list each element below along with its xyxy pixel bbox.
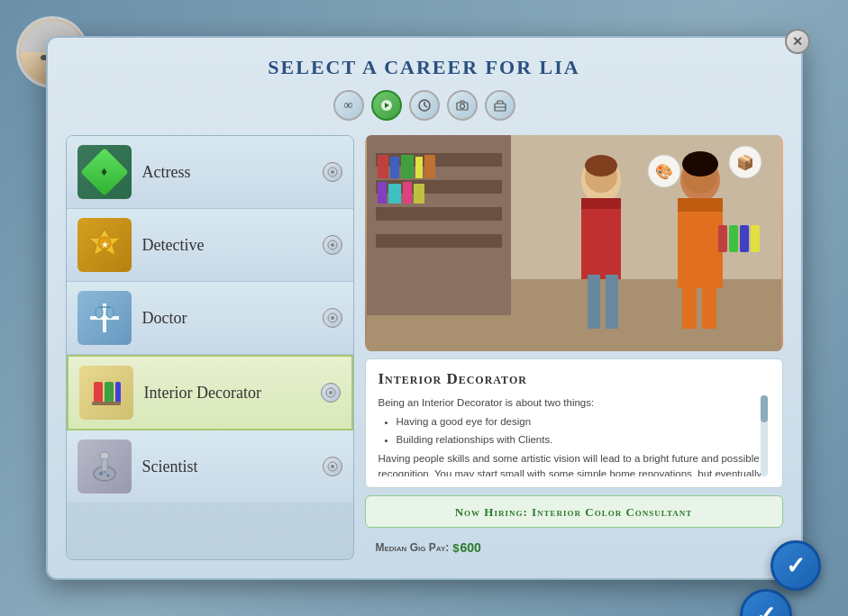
career-description-box: Interior Decorator Being an Interior Dec… (365, 358, 783, 488)
filter-camera-icon[interactable] (447, 90, 478, 121)
svg-point-17 (96, 307, 103, 318)
doctor-icon (78, 291, 132, 345)
svg-point-5 (460, 104, 464, 109)
svg-point-21 (331, 316, 334, 320)
career-description-text: Being an Interior Decorator is about two… (378, 395, 770, 476)
filter-active-icon[interactable] (371, 90, 402, 121)
pay-amount: 600 (460, 540, 480, 555)
interior-label: Interior Decorator (144, 384, 321, 403)
filter-row: ∞ (66, 90, 783, 121)
svg-rect-56 (606, 275, 618, 329)
content-area: ♦ Actress ★ Detective (66, 135, 783, 560)
svg-point-30 (100, 452, 109, 459)
svg-rect-22 (94, 382, 103, 403)
confirm-checkmark-icon: ✓ (786, 552, 806, 580)
actress-label: Actress (142, 163, 323, 182)
pay-row: Median Gig Pay: $ 600 (365, 535, 783, 560)
filter-briefcase-icon[interactable] (485, 90, 515, 121)
filter-clock-icon[interactable] (409, 90, 440, 121)
svg-rect-23 (105, 382, 114, 403)
hiring-box: Now Hiring: Interior Color Consultant (365, 495, 783, 528)
svg-text:★: ★ (100, 240, 108, 249)
svg-rect-68 (740, 225, 749, 252)
svg-point-65 (682, 151, 718, 177)
checkmark-icon: ✓ (755, 601, 776, 617)
doctor-label: Doctor (142, 309, 323, 328)
svg-rect-43 (378, 155, 388, 178)
career-image: 🎨 📦 (365, 135, 783, 351)
pay-label-text: Median Gig Pay: (376, 541, 450, 554)
hiring-label: Now Hiring: Interior Color Consultant (455, 505, 693, 519)
career-list: ♦ Actress ★ Detective (66, 135, 354, 560)
interior-ep-icon (321, 383, 341, 403)
svg-rect-16 (90, 316, 119, 320)
svg-rect-55 (588, 275, 600, 329)
svg-rect-49 (388, 184, 401, 204)
career-item-scientist[interactable]: Scientist (67, 430, 353, 503)
svg-rect-25 (92, 402, 121, 405)
svg-line-3 (424, 105, 427, 107)
svg-point-27 (329, 391, 333, 394)
svg-rect-61 (678, 198, 723, 212)
doctor-ep-icon (323, 308, 342, 328)
svg-rect-48 (378, 182, 387, 204)
svg-point-9 (331, 170, 334, 174)
detective-icon: ★ (78, 218, 132, 272)
svg-rect-69 (751, 225, 760, 252)
close-button[interactable]: ✕ (785, 29, 810, 54)
svg-rect-63 (702, 284, 716, 329)
svg-point-18 (106, 307, 114, 318)
svg-point-33 (103, 471, 105, 474)
confirm-button-main[interactable]: ✓ (770, 540, 821, 591)
svg-rect-45 (401, 155, 414, 178)
svg-point-14 (331, 243, 334, 247)
scrollbar[interactable] (761, 395, 768, 476)
svg-rect-47 (424, 155, 435, 178)
pay-icon: $ (452, 541, 459, 555)
svg-rect-66 (718, 225, 727, 252)
svg-rect-44 (390, 157, 399, 178)
svg-rect-53 (581, 198, 621, 279)
detective-ep-icon (323, 235, 342, 255)
svg-rect-54 (581, 198, 621, 209)
svg-rect-50 (403, 182, 412, 204)
scientist-label: Scientist (142, 457, 323, 476)
svg-point-31 (99, 472, 103, 476)
career-item-interior[interactable]: Interior Decorator (67, 355, 353, 430)
interior-icon (79, 366, 133, 420)
career-item-doctor[interactable]: Doctor (67, 282, 353, 355)
scientist-ep-icon (323, 457, 342, 476)
svg-text:📦: 📦 (736, 154, 754, 171)
filter-all-icon[interactable]: ∞ (333, 90, 364, 121)
svg-point-58 (585, 155, 617, 177)
actress-ep-icon (323, 162, 342, 182)
svg-rect-46 (415, 157, 423, 178)
career-detail-title: Interior Decorator (378, 370, 770, 388)
svg-rect-51 (414, 184, 424, 204)
desc-intro: Being an Interior Decorator is about two… (378, 397, 595, 408)
svg-point-35 (331, 465, 334, 468)
detail-panel: 🎨 📦 Interior Decorator Being an Interior… (365, 135, 783, 560)
svg-point-32 (106, 475, 109, 477)
desc-body: Having people skills and some artistic v… (378, 453, 762, 476)
svg-rect-24 (115, 382, 121, 403)
description-scroll-area: Being an Interior Decorator is about two… (378, 395, 770, 476)
svg-rect-62 (682, 284, 697, 329)
detective-label: Detective (142, 236, 323, 255)
career-item-detective[interactable]: ★ Detective (67, 209, 353, 282)
career-select-dialog: ✕ Select a Career for Lia ∞ ♦ (46, 36, 803, 580)
bullet-2: Building relationships with Clients. (397, 432, 770, 448)
svg-rect-42 (376, 234, 502, 248)
svg-text:🎨: 🎨 (655, 163, 673, 180)
actress-icon: ♦ (78, 145, 132, 199)
scientist-icon (78, 439, 132, 494)
scrollbar-thumb (761, 395, 768, 422)
bullet-1: Having a good eye for design (397, 414, 770, 430)
svg-rect-41 (376, 207, 502, 221)
career-item-actress[interactable]: ♦ Actress (67, 136, 353, 209)
svg-rect-67 (729, 225, 738, 252)
dialog-title: Select a Career for Lia (66, 56, 783, 79)
